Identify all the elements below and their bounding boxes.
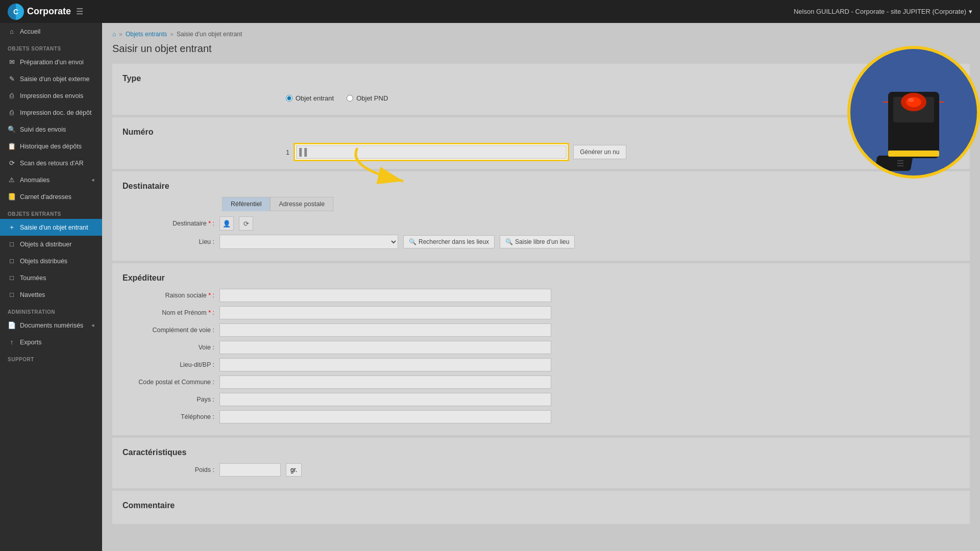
type-section-title: Type <box>122 74 960 83</box>
voie-row: Voie : <box>122 341 960 354</box>
radio-objet-entrant-input[interactable] <box>286 95 292 102</box>
search-icon-saisie: 🔍 <box>505 238 513 245</box>
radio-objet-entrant-label: Objet entrant <box>296 94 334 102</box>
breadcrumb-sep2: » <box>170 31 174 38</box>
nom-prenom-input[interactable] <box>219 306 551 319</box>
lieu-row: Lieu : 🔍 Rechercher dans les lieux 🔍 Sai… <box>122 235 960 249</box>
sidebar-item-objets-distribues[interactable]: □ Objets distribués <box>0 253 102 269</box>
sidebar-item-suivi[interactable]: 🔍 Suivi des envois <box>0 121 102 138</box>
scanner-svg <box>857 51 970 173</box>
sidebar-item-docs-num[interactable]: 📄 Documents numérisés ◂ <box>0 317 102 334</box>
shuttle-icon: □ <box>8 291 16 298</box>
lieu-dit-input[interactable] <box>219 358 551 371</box>
sidebar-item-historique[interactable]: 📋 Historique des dépôts <box>0 138 102 155</box>
sidebar-label-saisie-externe: Saisie d'un objet externe <box>20 76 90 83</box>
docs-arrow: ◂ <box>91 322 94 329</box>
commentaire-section-title: Commentaire <box>122 501 960 510</box>
telephone-input[interactable] <box>219 410 551 423</box>
sidebar-label-navettes: Navettes <box>20 291 45 298</box>
lieu-select[interactable] <box>219 235 398 249</box>
sidebar-item-impression-envois[interactable]: ⎙ Impression des envois <box>0 87 102 104</box>
sidebar-item-anomalies[interactable]: ⚠ Anomalies ◂ <box>0 171 102 188</box>
sidebar-item-tournees[interactable]: □ Tournées <box>0 269 102 286</box>
tab-referentiel[interactable]: Référentiel <box>222 197 270 211</box>
sidebar-item-preparation[interactable]: ✉ Préparation d'un envoi <box>0 54 102 70</box>
numero-container: 1 ▌▌ Générer un nu <box>122 143 960 161</box>
scan-icon: ⟳ <box>8 159 16 167</box>
sidebar-label-saisie-entrant: Saisie d'un objet entrant <box>20 224 88 231</box>
poids-input[interactable] <box>219 463 281 477</box>
user-info-area[interactable]: Nelson GUILLARD - Corporate - site JUPIT… <box>794 8 972 15</box>
sidebar-item-objets-distribuer[interactable]: □ Objets à distribuer <box>0 236 102 253</box>
sidebar-label-impression-depot: Impression doc. de dépôt <box>20 109 91 116</box>
pays-input[interactable] <box>219 393 551 406</box>
box-icon: □ <box>8 240 16 248</box>
sidebar-label-impression-envois: Impression des envois <box>20 92 83 99</box>
search-icon-lieux: 🔍 <box>409 238 416 245</box>
box2-icon: □ <box>8 257 16 265</box>
breadcrumb-home-icon[interactable]: ⌂ <box>112 31 116 38</box>
section-label-support: SUPPORT <box>0 350 102 364</box>
tab-adresse[interactable]: Adresse postale <box>270 197 333 211</box>
radio-objet-pnd[interactable]: Objet PND <box>347 94 388 102</box>
logo-circle: C <box>8 4 24 20</box>
radio-objet-pnd-label: Objet PND <box>356 94 388 102</box>
commentaire-section: Commentaire <box>112 491 970 524</box>
topnav: C Corporate ☰ Nelson GUILLARD - Corporat… <box>0 0 980 23</box>
person-button[interactable]: 👤 <box>219 216 234 231</box>
sidebar-label-preparation: Préparation d'un envoi <box>20 59 84 66</box>
sidebar-item-carnet[interactable]: 📒 Carnet d'adresses <box>0 188 102 205</box>
topnav-left: C Corporate ☰ <box>8 4 83 20</box>
sidebar-item-impression-depot[interactable]: ⎙ Impression doc. de dépôt <box>0 104 102 121</box>
route-icon: □ <box>8 274 16 282</box>
destinataire-row: Destinataire * : 👤 ⟳ <box>122 216 960 231</box>
saisie-libre-button[interactable]: 🔍 Saisie libre d'un lieu <box>500 235 575 248</box>
user-dropdown-icon: ▾ <box>969 8 972 15</box>
complement-row: Complément de voie : <box>122 323 960 337</box>
type-section: Type Objet entrant Objet PND <box>112 64 970 115</box>
radio-objet-pnd-input[interactable] <box>347 95 353 102</box>
logo[interactable]: C Corporate <box>8 4 71 20</box>
hamburger-icon[interactable]: ☰ <box>76 7 83 16</box>
sidebar-item-scan-retours[interactable]: ⟳ Scan des retours d'AR <box>0 155 102 171</box>
rechercher-lieux-button[interactable]: 🔍 Rechercher dans les lieux <box>403 235 495 248</box>
svg-point-6 <box>908 98 914 102</box>
sidebar-item-saisie-externe[interactable]: ✎ Saisie d'un objet externe <box>0 70 102 87</box>
nom-required: * : <box>208 309 214 316</box>
plus-icon: + <box>8 223 16 231</box>
calendar-icon: 📋 <box>8 142 16 150</box>
export-icon: ↑ <box>8 338 16 346</box>
svg-rect-3 <box>875 156 913 171</box>
lieu-dit-row: Lieu-dit/BP : <box>122 358 960 371</box>
sidebar-item-navettes[interactable]: □ Navettes <box>0 286 102 303</box>
voie-label: Voie : <box>122 344 214 351</box>
lieu-dit-label: Lieu-dit/BP : <box>122 361 214 368</box>
destinataire-required: * : <box>208 220 214 227</box>
breadcrumb-objets-entrants[interactable]: Objets entrants <box>126 31 167 38</box>
voie-input[interactable] <box>219 341 551 354</box>
telephone-label: Téléphone : <box>122 413 214 420</box>
section-label-admin: ADMINISTRATION <box>0 303 102 317</box>
brand-name: Corporate <box>27 6 71 17</box>
refresh-button[interactable]: ⟳ <box>239 216 253 231</box>
radio-objet-entrant[interactable]: Objet entrant <box>286 94 334 102</box>
user-info-text: Nelson GUILLARD - Corporate - site JUPIT… <box>794 8 966 15</box>
code-postal-row: Code postal et Commune : <box>122 375 960 389</box>
numero-input-wrapper: ▌▌ <box>293 143 569 161</box>
generer-button[interactable]: Générer un nu <box>573 145 626 159</box>
code-postal-label: Code postal et Commune : <box>122 379 214 386</box>
home-icon: ⌂ <box>8 28 16 35</box>
complement-input[interactable] <box>219 323 551 337</box>
code-postal-input[interactable] <box>219 375 551 389</box>
doc-icon: 📄 <box>8 321 16 329</box>
breadcrumb-current: Saisie d'un objet entrant <box>177 31 242 38</box>
pays-label: Pays : <box>122 396 214 403</box>
sidebar-item-saisie-entrant[interactable]: + Saisie d'un objet entrant <box>0 219 102 236</box>
sidebar-item-exports[interactable]: ↑ Exports <box>0 334 102 350</box>
destinataire-label: Destinataire * : <box>122 220 214 227</box>
raison-sociale-input[interactable] <box>219 289 551 302</box>
poids-unit-button[interactable]: gr. <box>286 463 302 477</box>
sidebar-item-accueil[interactable]: ⌂ Accueil <box>0 23 102 40</box>
sidebar-label-docs-num: Documents numérisés <box>20 322 83 329</box>
numero-input[interactable] <box>296 145 567 159</box>
